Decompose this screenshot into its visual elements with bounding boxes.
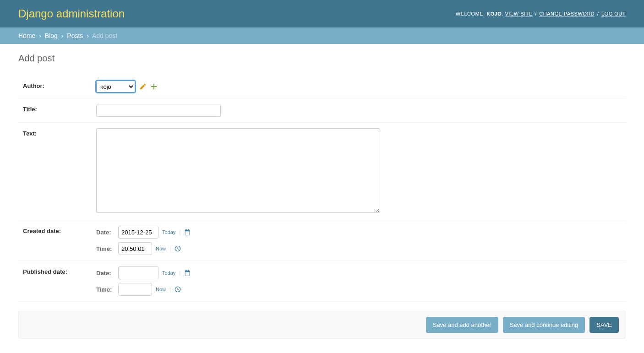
calendar-icon[interactable] bbox=[184, 270, 191, 276]
text-textarea[interactable] bbox=[96, 128, 380, 213]
calendar-icon[interactable] bbox=[184, 229, 191, 235]
branding: Django administration bbox=[18, 7, 125, 20]
created-date-time-input[interactable] bbox=[118, 242, 152, 255]
breadcrumb-app[interactable]: Blog bbox=[45, 32, 58, 39]
logout-link[interactable]: LOG OUT bbox=[601, 11, 626, 17]
save-button[interactable]: SAVE bbox=[589, 317, 619, 333]
header: Django administration WELCOME, KOJO. VIE… bbox=[0, 0, 644, 27]
created-date-label: Created date: bbox=[23, 226, 96, 234]
page-title: Add post bbox=[18, 53, 626, 64]
title-label: Title: bbox=[23, 104, 96, 113]
form-row-published-date: Published date: Date: Today | Time: Now … bbox=[18, 261, 626, 302]
submit-row: Save and add another Save and continue e… bbox=[18, 311, 626, 339]
breadcrumb: Home › Blog › Posts › Add post bbox=[0, 27, 644, 44]
author-select[interactable]: kojo bbox=[96, 81, 135, 92]
today-link[interactable]: Today bbox=[162, 229, 175, 235]
text-label: Text: bbox=[23, 128, 96, 137]
created-date-date-label: Date: bbox=[96, 229, 115, 236]
view-site-link[interactable]: VIEW SITE bbox=[505, 11, 533, 17]
clock-icon[interactable] bbox=[175, 286, 181, 293]
save-continue-button[interactable]: Save and continue editing bbox=[503, 317, 585, 333]
welcome-text: WELCOME, bbox=[456, 11, 485, 16]
form-fieldset: Author: kojo Title: bbox=[18, 75, 626, 302]
title-input[interactable] bbox=[96, 104, 221, 117]
created-date-date-input[interactable] bbox=[118, 226, 158, 239]
published-date-label: Published date: bbox=[23, 266, 96, 275]
breadcrumb-home[interactable]: Home bbox=[18, 32, 35, 39]
now-link-2[interactable]: Now bbox=[156, 287, 166, 292]
today-link-2[interactable]: Today bbox=[162, 270, 175, 276]
clock-icon[interactable] bbox=[175, 245, 181, 252]
user-tools: WELCOME, KOJO. VIEW SITE / CHANGE PASSWO… bbox=[456, 11, 626, 16]
published-date-time-label: Time: bbox=[96, 286, 115, 293]
save-add-another-button[interactable]: Save and add another bbox=[426, 317, 498, 333]
add-related-icon[interactable] bbox=[151, 83, 157, 90]
breadcrumb-model[interactable]: Posts bbox=[67, 32, 83, 39]
form-row-author: Author: kojo bbox=[18, 75, 626, 98]
breadcrumb-current: Add post bbox=[92, 32, 117, 39]
form-row-title: Title: bbox=[18, 98, 626, 123]
change-related-icon[interactable] bbox=[140, 83, 146, 90]
form-row-text: Text: bbox=[18, 123, 626, 220]
username: KOJO bbox=[486, 11, 502, 16]
form-row-created-date: Created date: Date: Today | Time: Now | bbox=[18, 220, 626, 261]
created-date-time-label: Time: bbox=[96, 245, 115, 252]
content: Add post Author: kojo bbox=[0, 44, 644, 348]
now-link[interactable]: Now bbox=[156, 246, 166, 251]
author-label: Author: bbox=[23, 81, 96, 89]
published-date-date-input[interactable] bbox=[118, 266, 158, 279]
published-date-time-input[interactable] bbox=[118, 283, 152, 296]
change-password-link[interactable]: CHANGE PASSWORD bbox=[539, 11, 595, 17]
published-date-date-label: Date: bbox=[96, 270, 115, 277]
